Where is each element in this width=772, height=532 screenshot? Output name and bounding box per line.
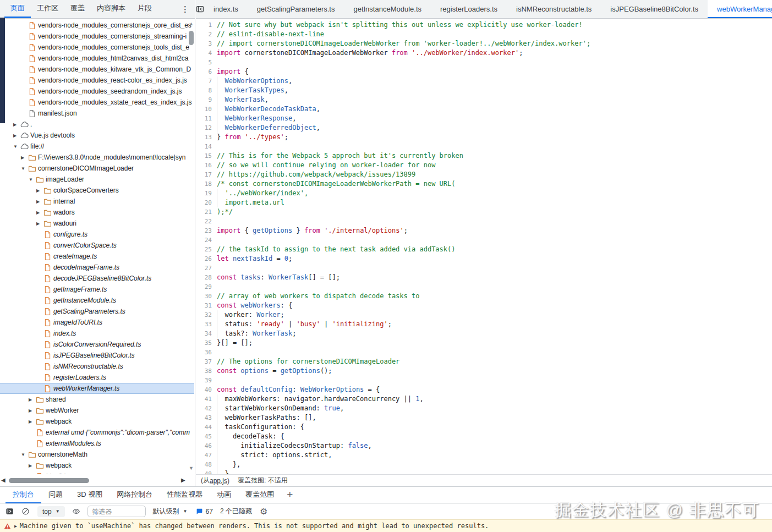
tree-item[interactable]: ▶webpack bbox=[0, 460, 194, 471]
gutter-line-number[interactable]: 11 bbox=[196, 114, 217, 123]
tree-item[interactable]: external umd {"commonjs":"dicom-parser",… bbox=[0, 427, 194, 438]
gutter-line-number[interactable]: 20 bbox=[196, 198, 217, 207]
gutter-line-number[interactable]: 13 bbox=[196, 133, 217, 142]
tree-item[interactable]: isColorConversionRequired.ts bbox=[0, 339, 194, 350]
tree-expanded-arrow-icon[interactable]: ▼ bbox=[21, 452, 28, 457]
tree-collapsed-arrow-icon[interactable]: ▶ bbox=[29, 397, 36, 402]
tree-collapsed-arrow-icon[interactable]: ▶ bbox=[36, 188, 43, 193]
gutter-line-number[interactable]: 18 bbox=[196, 179, 217, 189]
tree-item[interactable]: ▼imageLoader bbox=[0, 174, 194, 185]
tree-item[interactable]: webWorkerManager.ts bbox=[0, 383, 194, 394]
gutter-line-number[interactable]: 23 bbox=[196, 226, 217, 235]
tree-item[interactable]: configure.ts bbox=[0, 229, 194, 240]
tree-item[interactable]: ▶Vue.js devtools bbox=[0, 130, 194, 141]
tree-item[interactable]: vendors-node_modules_cornerstonejs_tools… bbox=[0, 42, 194, 53]
tree-item[interactable]: getScalingParameters.ts bbox=[0, 306, 194, 317]
tree-item[interactable]: getInstanceModule.ts bbox=[0, 295, 194, 306]
gutter-line-number[interactable]: 35 bbox=[196, 338, 217, 348]
gutter-line-number[interactable]: 27 bbox=[196, 264, 217, 273]
tree-item[interactable]: manifest.json bbox=[0, 108, 194, 119]
navigator-tab-page[interactable]: 页面 bbox=[4, 0, 31, 18]
tree-collapsed-arrow-icon[interactable]: ▶ bbox=[29, 419, 36, 424]
gutter-line-number[interactable]: 33 bbox=[196, 320, 217, 329]
scroll-up-icon[interactable]: ▲ bbox=[189, 21, 194, 26]
tree-item[interactable]: ▶colorSpaceConverters bbox=[0, 185, 194, 196]
gutter-line-number[interactable]: 12 bbox=[196, 123, 217, 133]
context-selector[interactable]: top ▼ bbox=[37, 506, 65, 517]
editor-tab-getInstanceModule.ts[interactable]: getInstanceModule.ts bbox=[344, 0, 431, 18]
gutter-line-number[interactable]: 6 bbox=[196, 67, 217, 76]
tree-collapsed-arrow-icon[interactable]: ▶ bbox=[36, 221, 43, 226]
navigator-tab-content-scripts[interactable]: 内容脚本 bbox=[91, 0, 132, 18]
gutter-line-number[interactable]: 10 bbox=[196, 105, 217, 114]
code-editor[interactable]: 1// Not sure why but webpack isn't split… bbox=[196, 19, 772, 474]
live-expression-eye-icon[interactable] bbox=[72, 507, 80, 515]
gutter-line-number[interactable]: 31 bbox=[196, 301, 217, 310]
tree-collapsed-arrow-icon[interactable]: ▶ bbox=[21, 155, 28, 160]
tree-item[interactable]: vendors-node_modules_cornerstonejs_strea… bbox=[0, 31, 194, 42]
tree-item[interactable]: convertColorSpace.ts bbox=[0, 240, 194, 251]
gutter-line-number[interactable]: 37 bbox=[196, 357, 217, 366]
hidden-messages-count[interactable]: 2 个已隐藏 bbox=[220, 507, 252, 516]
gutter-line-number[interactable]: 49 bbox=[196, 469, 217, 474]
navigator-tab-snippets[interactable]: 片段 bbox=[132, 0, 158, 18]
gutter-line-number[interactable]: 40 bbox=[196, 385, 217, 394]
gutter-line-number[interactable]: 1 bbox=[196, 20, 217, 30]
scroll-right-icon[interactable]: ▶ bbox=[181, 478, 185, 482]
tree-item[interactable]: vendors-node_modules_seedrandom_index_js… bbox=[0, 86, 194, 97]
tree-item[interactable]: ▶wadouri bbox=[0, 218, 194, 229]
gutter-line-number[interactable]: 9 bbox=[196, 95, 217, 105]
drawer-tab-3d-view[interactable]: 3D 视图 bbox=[70, 487, 109, 503]
gutter-line-number[interactable]: 21 bbox=[196, 207, 217, 217]
tree-item[interactable]: ▼cornerstoneDICOMImageLoader bbox=[0, 163, 194, 174]
tree-expanded-arrow-icon[interactable]: ▼ bbox=[13, 144, 20, 149]
gutter-line-number[interactable]: 47 bbox=[196, 451, 217, 460]
gutter-line-number[interactable]: 3 bbox=[196, 39, 217, 48]
source-origin-link[interactable]: app.js bbox=[210, 477, 227, 485]
gutter-line-number[interactable]: 4 bbox=[196, 48, 217, 58]
gutter-line-number[interactable]: 5 bbox=[196, 58, 217, 67]
tree-item[interactable]: vendors-node_modules_kitware_vtk_js_Comm… bbox=[0, 64, 194, 75]
gutter-line-number[interactable]: 29 bbox=[196, 282, 217, 292]
tree-item[interactable]: vendors-node_modules_cornerstonejs_core_… bbox=[0, 20, 194, 31]
console-settings-gear-icon[interactable]: ⚙ bbox=[260, 507, 267, 516]
tree-item[interactable]: ▶internal bbox=[0, 196, 194, 207]
gutter-line-number[interactable]: 7 bbox=[196, 76, 217, 86]
tree-item[interactable]: ▶webWorker bbox=[0, 405, 194, 416]
drawer-tab-coverage[interactable]: 覆盖范围 bbox=[238, 487, 281, 503]
scroll-left-icon[interactable]: ◀ bbox=[1, 478, 6, 482]
tree-collapsed-arrow-icon[interactable]: ▶ bbox=[36, 199, 43, 204]
drawer-tab-console[interactable]: 控制台 bbox=[6, 487, 41, 503]
horizontal-scrollbar-thumb[interactable] bbox=[9, 478, 89, 483]
gutter-line-number[interactable]: 48 bbox=[196, 460, 217, 469]
tree-item[interactable]: isNMReconstructable.ts bbox=[0, 361, 194, 372]
editor-tab-getScalingParameters.ts[interactable]: getScalingParameters.ts bbox=[248, 0, 344, 18]
log-levels-selector[interactable]: 默认级别 ▼ bbox=[153, 507, 188, 516]
tree-item[interactable]: vendors-node_modules_react-color_es_inde… bbox=[0, 75, 194, 86]
gutter-line-number[interactable]: 26 bbox=[196, 254, 217, 264]
tree-item[interactable]: Line3.js bbox=[0, 471, 194, 474]
gutter-line-number[interactable]: 15 bbox=[196, 151, 217, 161]
editor-tab-isJPEGBaseline8BitColor.ts[interactable]: isJPEGBaseline8BitColor.ts bbox=[601, 0, 708, 18]
expand-message-icon[interactable]: ▶ bbox=[14, 524, 17, 529]
tree-item[interactable]: ▶wadors bbox=[0, 207, 194, 218]
gutter-line-number[interactable]: 36 bbox=[196, 348, 217, 357]
gutter-line-number[interactable]: 38 bbox=[196, 366, 217, 376]
gutter-line-number[interactable]: 39 bbox=[196, 376, 217, 385]
gutter-line-number[interactable]: 41 bbox=[196, 394, 217, 404]
editor-tab-index.ts[interactable]: index.ts bbox=[204, 0, 248, 18]
tree-item[interactable]: index.ts bbox=[0, 328, 194, 339]
gutter-line-number[interactable]: 46 bbox=[196, 441, 217, 451]
tree-item[interactable]: vendors-node_modules_html2canvas_dist_ht… bbox=[0, 53, 194, 64]
tree-item[interactable]: imageIdToURI.ts bbox=[0, 317, 194, 328]
tree-item[interactable]: registerLoaders.ts bbox=[0, 372, 194, 383]
gutter-line-number[interactable]: 28 bbox=[196, 273, 217, 282]
clear-console-icon[interactable] bbox=[21, 507, 30, 515]
editor-tab-webWorkerManager.ts[interactable]: webWorkerManager.ts× bbox=[708, 0, 772, 18]
gutter-line-number[interactable]: 22 bbox=[196, 217, 217, 226]
tree-item[interactable]: decodeJPEGBaseline8BitColor.ts bbox=[0, 273, 194, 284]
drawer-add-tab-button[interactable]: + bbox=[281, 487, 298, 503]
gutter-line-number[interactable]: 17 bbox=[196, 170, 217, 179]
editor-tab-registerLoaders.ts[interactable]: registerLoaders.ts bbox=[431, 0, 507, 18]
drawer-tab-animations[interactable]: 动画 bbox=[210, 487, 238, 503]
